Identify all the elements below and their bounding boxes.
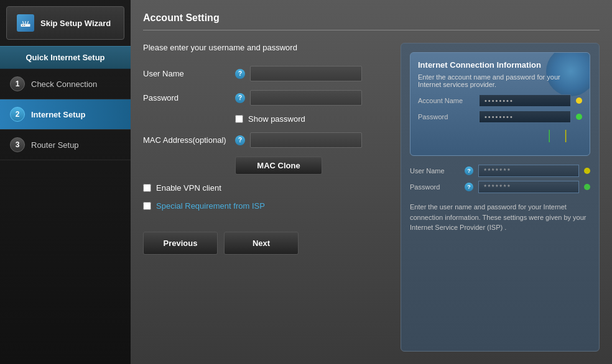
account-name-row: Account Name •••••••• — [418, 94, 582, 107]
mac-row: MAC Address(optional) ? — [143, 132, 388, 148]
vpn-label[interactable]: Enable VPN client — [156, 183, 221, 193]
sub-username-help[interactable]: ? — [465, 166, 473, 175]
account-password-value: •••••••• — [479, 111, 571, 123]
mac-input[interactable] — [250, 132, 362, 148]
show-password-label[interactable]: Show password — [248, 114, 305, 124]
mac-help-icon[interactable]: ? — [235, 135, 245, 145]
sidebar-item-check-connection[interactable]: 1 Check Connection — [0, 69, 131, 99]
skip-wizard-label: Skip Setup Wizard — [40, 19, 111, 28]
connector-arrows — [418, 127, 582, 145]
account-password-row: Password •••••••• — [418, 111, 582, 123]
sub-username-dot — [584, 168, 590, 174]
account-password-label: Password — [418, 113, 474, 121]
special-req-row: Special Requirement from ISP — [143, 201, 388, 211]
svg-point-1 — [22, 25, 24, 26]
skip-wizard-button[interactable]: Skip Setup Wizard — [6, 6, 124, 40]
mac-label: MAC Address(optional) — [143, 135, 230, 145]
username-row: User Name ? — [143, 66, 388, 81]
vpn-row: Enable VPN client — [143, 183, 388, 193]
info-description: Enter the user name and password for you… — [410, 202, 590, 233]
form-section: Please enter your username and password … — [143, 43, 388, 352]
account-password-status-dot — [576, 114, 582, 120]
sidebar-item-label-1: Check Connection — [31, 80, 97, 89]
sidebar-item-router-setup[interactable]: 3 Router Setup — [0, 130, 131, 160]
vpn-checkbox[interactable] — [143, 184, 151, 192]
info-sub-fields: User Name ? ******* Password ? ******* E… — [410, 165, 590, 233]
info-panel: Internet Connection Information Enter th… — [401, 43, 600, 352]
quick-setup-title: Quick Internet Setup — [0, 46, 131, 69]
sidebar-item-label-3: Router Setup — [31, 140, 79, 150]
show-password-checkbox[interactable] — [235, 115, 243, 123]
sidebar: Skip Setup Wizard Quick Internet Setup 1… — [0, 0, 131, 364]
username-label: User Name — [143, 69, 230, 78]
password-help-icon[interactable]: ? — [235, 93, 245, 103]
info-card-subtitle: Enter the account name and password for … — [418, 73, 582, 88]
step-circle-2: 2 — [10, 107, 25, 122]
sidebar-item-internet-setup[interactable]: 2 Internet Setup — [0, 99, 131, 130]
previous-button[interactable]: Previous — [143, 232, 218, 255]
sub-password-dot — [584, 184, 590, 190]
sub-password-help[interactable]: ? — [465, 183, 473, 191]
sub-password-row: Password ? ******* — [410, 181, 590, 193]
step-circle-3: 3 — [10, 137, 25, 152]
info-card: Internet Connection Information Enter th… — [410, 52, 590, 156]
next-button[interactable]: Next — [224, 232, 299, 255]
password-input[interactable] — [250, 90, 362, 106]
router-icon — [17, 14, 34, 32]
page-title: Account Setting — [143, 12, 600, 30]
special-req-link[interactable]: Special Requirement from ISP — [156, 201, 265, 211]
sub-username-row: User Name ? ******* — [410, 165, 590, 177]
username-input[interactable] — [250, 66, 362, 81]
main-content: Account Setting Please enter your userna… — [131, 0, 612, 364]
sub-password-value: ******* — [478, 181, 579, 193]
sidebar-item-label-2: Internet Setup — [31, 110, 85, 119]
username-help-icon[interactable]: ? — [235, 69, 245, 79]
svg-line-5 — [27, 21, 29, 24]
account-name-value: •••••••• — [479, 94, 571, 107]
sub-username-value: ******* — [478, 165, 579, 177]
form-instruction: Please enter your username and password — [143, 43, 388, 52]
special-req-checkbox[interactable] — [143, 202, 151, 210]
mac-clone-button[interactable]: MAC Clone — [235, 157, 322, 175]
show-password-row: Show password — [235, 114, 388, 124]
nav-buttons: Previous Next — [143, 232, 388, 255]
sub-username-label: User Name — [410, 167, 460, 175]
account-status-dot — [576, 98, 582, 104]
account-name-label: Account Name — [418, 97, 474, 104]
svg-point-2 — [24, 25, 26, 26]
step-circle-1: 1 — [10, 76, 25, 91]
password-label: Password — [143, 93, 230, 102]
svg-line-3 — [23, 21, 24, 24]
info-card-title: Internet Connection Information — [418, 60, 582, 70]
content-area: Please enter your username and password … — [143, 43, 600, 352]
sub-password-label: Password — [410, 183, 460, 191]
password-row: Password ? — [143, 90, 388, 106]
